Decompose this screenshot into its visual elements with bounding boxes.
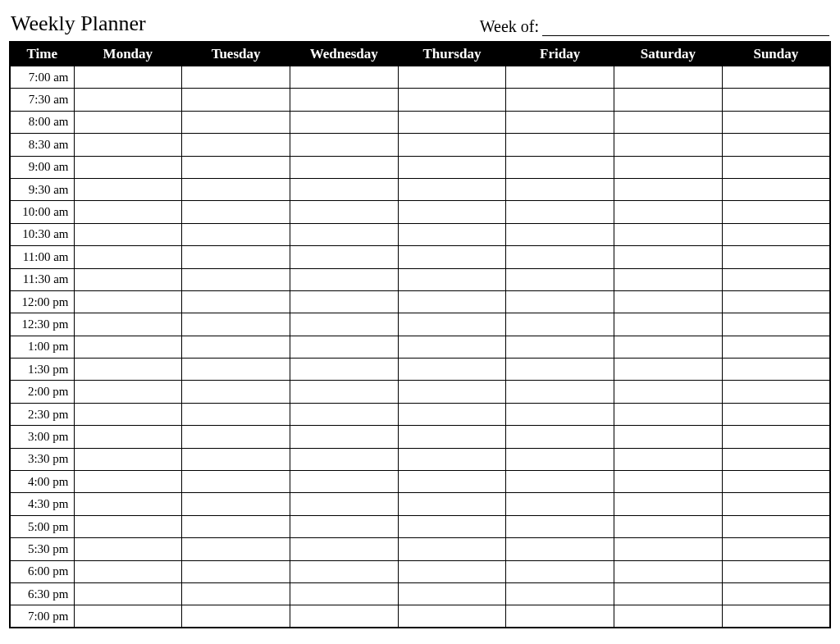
slot-cell[interactable]: [290, 201, 398, 223]
slot-cell[interactable]: [398, 134, 506, 156]
slot-cell[interactable]: [182, 538, 290, 560]
slot-cell[interactable]: [614, 582, 723, 605]
slot-cell[interactable]: [722, 178, 830, 200]
slot-cell[interactable]: [506, 538, 614, 560]
slot-cell[interactable]: [506, 178, 614, 200]
slot-cell[interactable]: [614, 560, 723, 582]
slot-cell[interactable]: [614, 448, 723, 470]
slot-cell[interactable]: [722, 403, 830, 425]
slot-cell[interactable]: [182, 313, 290, 336]
slot-cell[interactable]: [506, 134, 614, 156]
slot-cell[interactable]: [182, 403, 290, 425]
slot-cell[interactable]: [182, 178, 290, 200]
slot-cell[interactable]: [506, 605, 614, 628]
slot-cell[interactable]: [398, 538, 506, 560]
slot-cell[interactable]: [182, 515, 290, 537]
slot-cell[interactable]: [182, 89, 290, 111]
slot-cell[interactable]: [614, 290, 723, 313]
slot-cell[interactable]: [182, 471, 290, 493]
slot-cell[interactable]: [74, 111, 182, 133]
week-of-input-line[interactable]: [542, 20, 829, 36]
slot-cell[interactable]: [398, 178, 506, 200]
slot-cell[interactable]: [614, 223, 723, 245]
slot-cell[interactable]: [722, 268, 830, 290]
slot-cell[interactable]: [722, 336, 830, 358]
slot-cell[interactable]: [722, 381, 830, 403]
slot-cell[interactable]: [182, 290, 290, 313]
slot-cell[interactable]: [398, 605, 506, 628]
slot-cell[interactable]: [182, 582, 290, 605]
slot-cell[interactable]: [290, 471, 398, 493]
slot-cell[interactable]: [182, 156, 290, 178]
slot-cell[interactable]: [74, 493, 182, 515]
slot-cell[interactable]: [290, 605, 398, 628]
slot-cell[interactable]: [74, 605, 182, 628]
slot-cell[interactable]: [506, 582, 614, 605]
slot-cell[interactable]: [506, 381, 614, 403]
slot-cell[interactable]: [722, 426, 830, 448]
slot-cell[interactable]: [398, 448, 506, 470]
slot-cell[interactable]: [614, 66, 723, 89]
slot-cell[interactable]: [506, 493, 614, 515]
slot-cell[interactable]: [506, 403, 614, 425]
slot-cell[interactable]: [722, 471, 830, 493]
slot-cell[interactable]: [614, 426, 723, 448]
slot-cell[interactable]: [506, 336, 614, 358]
slot-cell[interactable]: [722, 359, 830, 381]
slot-cell[interactable]: [614, 89, 723, 111]
slot-cell[interactable]: [290, 359, 398, 381]
slot-cell[interactable]: [290, 156, 398, 178]
slot-cell[interactable]: [506, 448, 614, 470]
slot-cell[interactable]: [74, 426, 182, 448]
slot-cell[interactable]: [506, 246, 614, 268]
slot-cell[interactable]: [614, 381, 723, 403]
slot-cell[interactable]: [398, 246, 506, 268]
slot-cell[interactable]: [614, 313, 723, 336]
slot-cell[interactable]: [182, 560, 290, 582]
slot-cell[interactable]: [74, 178, 182, 200]
slot-cell[interactable]: [290, 448, 398, 470]
slot-cell[interactable]: [398, 336, 506, 358]
slot-cell[interactable]: [74, 89, 182, 111]
slot-cell[interactable]: [74, 134, 182, 156]
slot-cell[interactable]: [722, 290, 830, 313]
slot-cell[interactable]: [722, 111, 830, 133]
slot-cell[interactable]: [182, 134, 290, 156]
slot-cell[interactable]: [182, 246, 290, 268]
slot-cell[interactable]: [722, 201, 830, 223]
slot-cell[interactable]: [398, 359, 506, 381]
slot-cell[interactable]: [182, 201, 290, 223]
slot-cell[interactable]: [614, 471, 723, 493]
slot-cell[interactable]: [290, 538, 398, 560]
slot-cell[interactable]: [290, 560, 398, 582]
slot-cell[interactable]: [614, 156, 723, 178]
slot-cell[interactable]: [74, 156, 182, 178]
slot-cell[interactable]: [614, 493, 723, 515]
slot-cell[interactable]: [614, 111, 723, 133]
slot-cell[interactable]: [74, 313, 182, 336]
slot-cell[interactable]: [398, 66, 506, 89]
slot-cell[interactable]: [182, 426, 290, 448]
slot-cell[interactable]: [722, 538, 830, 560]
slot-cell[interactable]: [506, 290, 614, 313]
slot-cell[interactable]: [74, 515, 182, 537]
slot-cell[interactable]: [182, 111, 290, 133]
slot-cell[interactable]: [506, 156, 614, 178]
slot-cell[interactable]: [614, 178, 723, 200]
slot-cell[interactable]: [290, 268, 398, 290]
slot-cell[interactable]: [398, 426, 506, 448]
slot-cell[interactable]: [290, 246, 398, 268]
slot-cell[interactable]: [506, 268, 614, 290]
slot-cell[interactable]: [74, 582, 182, 605]
slot-cell[interactable]: [506, 359, 614, 381]
slot-cell[interactable]: [398, 582, 506, 605]
slot-cell[interactable]: [74, 336, 182, 358]
slot-cell[interactable]: [614, 246, 723, 268]
slot-cell[interactable]: [398, 89, 506, 111]
slot-cell[interactable]: [614, 403, 723, 425]
slot-cell[interactable]: [722, 605, 830, 628]
slot-cell[interactable]: [74, 201, 182, 223]
slot-cell[interactable]: [398, 111, 506, 133]
slot-cell[interactable]: [398, 290, 506, 313]
slot-cell[interactable]: [506, 66, 614, 89]
